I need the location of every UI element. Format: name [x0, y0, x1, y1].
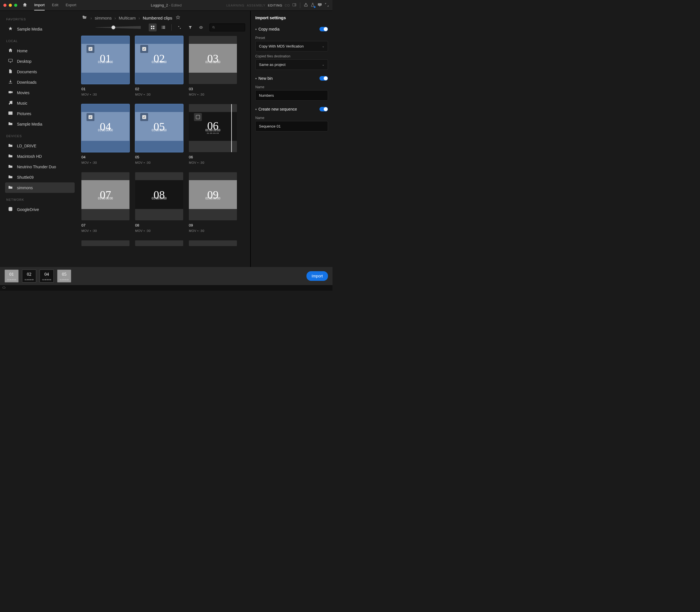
- clip-thumbnail[interactable]: 08 01:00:00:00: [135, 172, 183, 220]
- breadcrumb-item-1[interactable]: Multicam: [119, 16, 136, 20]
- sidebar-item-sample-media[interactable]: Sample Media: [5, 119, 75, 129]
- minimize-window[interactable]: [9, 4, 12, 7]
- home-button[interactable]: [22, 2, 27, 9]
- sidebar-item-googledrive[interactable]: GoogleDrive: [5, 204, 75, 215]
- workspace-editing[interactable]: EDITING: [268, 4, 282, 7]
- clip-thumbnail[interactable]: 07 01:00:00:00: [81, 172, 129, 220]
- tab-export[interactable]: Export: [66, 0, 76, 11]
- sidebar-item-pictures[interactable]: Pictures: [5, 108, 75, 119]
- scrub-area[interactable]: [81, 76, 129, 84]
- select-checkbox[interactable]: ✓: [86, 45, 95, 53]
- sidebar-item-ld_drive[interactable]: LD_DRIVE: [5, 141, 75, 151]
- sidebar-item-movies[interactable]: Movies: [5, 87, 75, 98]
- chevron-down-icon: ▾: [255, 108, 257, 111]
- breadcrumb-item-2[interactable]: Numbered clips: [143, 16, 172, 20]
- comments-icon[interactable]: [317, 2, 322, 8]
- clip-thumbnail[interactable]: 03 01:00:00:00: [189, 36, 237, 84]
- chevron-down-icon: ▾: [255, 77, 257, 80]
- scrub-area[interactable]: [189, 76, 237, 84]
- destination-select[interactable]: Same as project ⌄: [255, 59, 328, 70]
- workspace-assembly[interactable]: ASSEMBLY: [247, 4, 266, 7]
- close-window[interactable]: [3, 4, 6, 7]
- scrub-area[interactable]: [135, 76, 183, 84]
- grid-view-button[interactable]: [149, 24, 157, 31]
- scrub-area[interactable]: [189, 144, 237, 152]
- bin-name-input[interactable]: Numbers: [255, 90, 328, 101]
- sidebar-item-music[interactable]: Music: [5, 98, 75, 108]
- copy-media-toggle[interactable]: [320, 27, 328, 31]
- sidebar-item-simmons[interactable]: simmons: [5, 182, 75, 193]
- clip-meta: MOV • :30: [189, 93, 237, 96]
- tray-thumb-02[interactable]: 02···01:00:00:00: [22, 269, 36, 282]
- new-seq-toggle[interactable]: [320, 107, 328, 111]
- quick-export-icon[interactable]: [310, 2, 315, 8]
- setting-new-sequence[interactable]: ▾ Create new sequence: [255, 105, 328, 113]
- list-view-button[interactable]: [159, 24, 167, 31]
- sidebar-item-macintosh-hd[interactable]: Macintosh HD: [5, 151, 75, 162]
- breadcrumb-item-0[interactable]: simmons: [95, 16, 112, 20]
- sidebar-item-desktop[interactable]: Desktop: [5, 56, 75, 67]
- clip-thumbnail[interactable]: 09 01:00:00:00: [189, 172, 237, 220]
- tray-thumb-05[interactable]: 05···01:00:00:00: [57, 269, 71, 282]
- thumbnail-zoom-slider[interactable]: [96, 26, 141, 29]
- clip-thumbnail[interactable]: 04 01:00:00:00✓: [81, 104, 129, 152]
- clip-title: 05: [135, 155, 183, 159]
- scrub-area[interactable]: [81, 144, 129, 152]
- clip-thumbnail[interactable]: 05 01:00:00:00✓: [135, 104, 183, 152]
- workspace-learning[interactable]: LEARNING: [226, 4, 244, 7]
- setting-copy-media[interactable]: ▾ Copy media: [255, 25, 328, 33]
- document-edited-suffix: - Edited: [168, 3, 182, 8]
- scrub-area[interactable]: [189, 212, 237, 220]
- scrub-area[interactable]: [135, 212, 183, 220]
- select-checkbox[interactable]: ✓: [86, 113, 95, 121]
- clip-title: 01: [81, 87, 129, 91]
- sidebar-item-shuttle09[interactable]: Shuttle09: [5, 172, 75, 182]
- preset-select[interactable]: Copy With MD5 Verification ⌄: [255, 41, 328, 52]
- select-checkbox[interactable]: ✓: [140, 45, 148, 53]
- sidebar-item-home[interactable]: Home: [5, 45, 75, 56]
- sidebar-item-downloads[interactable]: Downloads: [5, 77, 75, 87]
- select-checkbox[interactable]: ✓: [140, 113, 148, 121]
- clip-thumbnail[interactable]: 01 01:00:00:00✓: [81, 36, 129, 84]
- tab-import[interactable]: Import: [34, 0, 45, 11]
- new-bin-toggle[interactable]: [320, 76, 328, 81]
- workspace-color[interactable]: CO: [285, 4, 290, 7]
- tray-thumb-04[interactable]: 04···01:00:00:00: [40, 269, 54, 282]
- seq-name-input[interactable]: Sequence 01: [255, 121, 328, 131]
- import-button[interactable]: Import: [306, 271, 328, 281]
- clip-thumbnail[interactable]: [189, 240, 237, 246]
- maximize-window[interactable]: [14, 4, 17, 7]
- clip-thumbnail[interactable]: 02 01:00:00:00✓: [135, 36, 183, 84]
- playhead[interactable]: [231, 104, 232, 152]
- clip-thumbnail[interactable]: [135, 240, 183, 246]
- favorite-star-icon[interactable]: [176, 15, 180, 21]
- scrub-area[interactable]: [81, 212, 129, 220]
- search-box[interactable]: [210, 24, 245, 31]
- sidebar-item-sample-media[interactable]: Sample Media: [5, 24, 75, 34]
- visibility-button[interactable]: [197, 24, 205, 31]
- movie-icon: [8, 90, 13, 96]
- workspace-overflow-icon[interactable]: [292, 2, 297, 8]
- clip-meta: MOV • :30: [135, 93, 183, 96]
- tab-edit[interactable]: Edit: [52, 0, 58, 11]
- bin-name-label: Name: [255, 85, 328, 89]
- clip-thumbnail[interactable]: [81, 240, 129, 246]
- clip-thumbnail[interactable]: 0601:00:26:0301:00:26:03: [189, 104, 237, 152]
- filter-button[interactable]: [186, 24, 194, 31]
- creative-cloud-icon[interactable]: [2, 286, 6, 290]
- clip-grid-scroll[interactable]: 01 01:00:00:00✓01MOV • :3002 01:00:00:00…: [76, 34, 250, 267]
- share-icon[interactable]: [304, 2, 308, 8]
- zoom-handle[interactable]: [111, 26, 115, 29]
- sidebar-item-documents[interactable]: Documents: [5, 67, 75, 77]
- setting-new-bin[interactable]: ▾ New bin: [255, 74, 328, 82]
- tray-thumb-01[interactable]: 01···01:00:00:00: [4, 269, 19, 282]
- sort-button[interactable]: [176, 24, 183, 31]
- folder-open-icon[interactable]: [81, 15, 88, 21]
- scrub-area[interactable]: [135, 144, 183, 152]
- sidebar-item-label: Pictures: [17, 111, 31, 116]
- select-checkbox[interactable]: [194, 113, 202, 121]
- search-input[interactable]: [217, 26, 242, 30]
- fullscreen-icon[interactable]: [324, 2, 329, 8]
- svg-point-12: [10, 112, 10, 113]
- sidebar-item-neutrino-thunder-duo[interactable]: Neutrino Thunder Duo: [5, 162, 75, 172]
